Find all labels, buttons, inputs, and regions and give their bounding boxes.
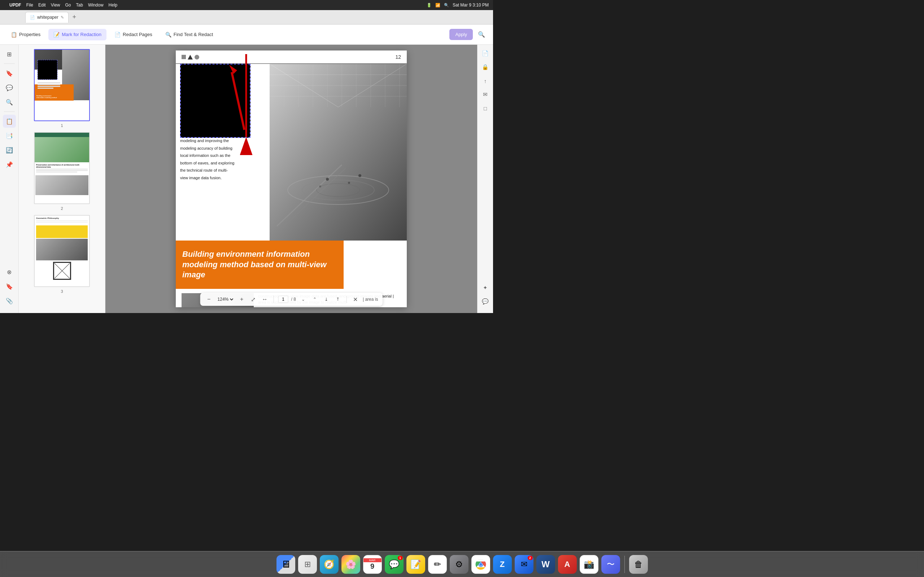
text-partial-4: bottom of eaves, and exploring xyxy=(180,160,265,166)
menu-go[interactable]: Go xyxy=(65,3,71,8)
window: 📄 whitepaper ✎ + 📋 Properties 📝 Mark for… xyxy=(0,10,493,313)
page-header: 12 xyxy=(176,50,407,64)
text-partial-3: local information such as the xyxy=(180,153,265,159)
orange-banner-text: Building environment information modelin… xyxy=(182,249,337,280)
sidebar-icon-bookmarks[interactable]: 🔖 xyxy=(3,67,16,80)
sidebar-icon-attachment[interactable]: 📎 xyxy=(3,294,16,307)
prev-page-button[interactable]: ⌄ xyxy=(299,295,307,304)
mark-redaction-icon: 📝 xyxy=(53,32,60,37)
sidebar-icon-active[interactable]: 📋 xyxy=(3,115,16,128)
svg-point-23 xyxy=(359,174,361,177)
right-sidebar-chat[interactable]: 💬 xyxy=(480,296,491,307)
zoom-out-button[interactable]: − xyxy=(205,295,213,304)
right-sidebar-secure[interactable]: 🔒 xyxy=(480,61,491,73)
zoom-fit-width-button[interactable]: ↔ xyxy=(261,295,269,304)
page-total: / 8 xyxy=(291,297,296,302)
architectural-image xyxy=(270,64,407,240)
menubar-right: 🔋 📶 🔍 Sat Mar 9 3:10 PM xyxy=(426,3,489,8)
menu-updf[interactable]: UPDF xyxy=(10,3,21,8)
last-page-button[interactable]: ⤒ xyxy=(333,295,342,304)
menubar-wifi-icon: 📶 xyxy=(435,3,440,8)
thumbnail-1-image: Building environment information modelin… xyxy=(34,49,90,121)
thumbnail-3-image: Geometric Philosophy xyxy=(34,215,90,287)
thumbnail-panel: Building environment information modelin… xyxy=(19,45,105,313)
architectural-svg xyxy=(270,64,407,240)
page-number: 12 xyxy=(395,54,401,60)
tab-add-button[interactable]: + xyxy=(70,13,79,22)
thumbnail-1[interactable]: Building environment information modelin… xyxy=(23,49,101,128)
global-search-button[interactable]: 🔍 xyxy=(476,29,487,40)
redaction-box[interactable] xyxy=(180,64,250,138)
find-text-redact-button[interactable]: 🔍 Find Text & Redact xyxy=(160,29,218,40)
right-sidebar-star[interactable]: ✦ xyxy=(480,282,491,293)
next-page-button[interactable]: ⌃ xyxy=(310,295,319,304)
sidebar-icon-pin[interactable]: 📌 xyxy=(3,158,16,171)
close-bottom-button[interactable]: ✕ xyxy=(351,295,360,304)
menubar-battery-icon: 🔋 xyxy=(426,3,432,8)
sidebar-icon-pages[interactable]: 📑 xyxy=(3,129,16,142)
text-partial-2: modeling accuracy of building xyxy=(180,145,265,152)
right-sidebar-bottom: ✦ 💬 xyxy=(480,282,491,310)
sidebar-icon-comments[interactable]: 💬 xyxy=(3,81,16,94)
svg-point-20 xyxy=(326,178,329,181)
sidebar-icon-rotate[interactable]: 🔄 xyxy=(3,143,16,156)
menubar-left: UPDF File Edit View Go Tab Window Help xyxy=(4,3,117,8)
thumbnail-3-num: 3 xyxy=(61,289,63,293)
menu-window[interactable]: Window xyxy=(88,3,103,8)
apply-button[interactable]: Apply xyxy=(449,29,473,40)
thumbnail-2-num: 2 xyxy=(61,206,63,211)
menu-tab[interactable]: Tab xyxy=(76,3,83,8)
sidebar-icon-thumbnails[interactable]: ⊞ xyxy=(3,48,16,61)
menubar-search-icon[interactable]: 🔍 xyxy=(444,3,449,8)
first-page-button[interactable]: ⤓ xyxy=(322,295,331,304)
page-text-content: modeling and improving the modeling accu… xyxy=(176,138,270,181)
thumbnail-2[interactable]: Preservation and inheritance of architec… xyxy=(23,132,101,211)
zoom-select[interactable]: 124% xyxy=(216,297,234,302)
menubar-clock: Sat Mar 9 3:10 PM xyxy=(452,3,489,8)
sidebar-icon-bookmark-bottom[interactable]: 🔖 xyxy=(3,280,16,293)
bottom-toolbar: − 124% + ⤢ ↔ / 8 ⌄ ⌃ ⤓ ⤒ ✕ | area is xyxy=(200,293,383,306)
thumbnail-3[interactable]: Geometric Philosophy 3 xyxy=(23,215,101,293)
page-shapes xyxy=(181,55,199,60)
main-content: ⊞ 🔖 💬 🔍 📋 📑 🔄 📌 ⊗ 🔖 📎 xyxy=(0,45,493,313)
sidebar-bottom-icons: ⊗ 🔖 📎 xyxy=(3,266,16,310)
mark-redaction-label: Mark for Redaction xyxy=(62,32,102,37)
redact-pages-button[interactable]: 📄 Redact Pages xyxy=(109,29,157,40)
pdf-page: 12 modeling and improving the modeling a… xyxy=(176,50,407,307)
sidebar-icon-layers[interactable]: ⊗ xyxy=(3,266,16,279)
zoom-in-button[interactable]: + xyxy=(237,295,246,304)
tab-edit-icon[interactable]: ✎ xyxy=(61,15,64,20)
thumbnail-1-num: 1 xyxy=(61,123,63,128)
thumbnail-2-image: Preservation and inheritance of architec… xyxy=(34,132,90,204)
properties-button[interactable]: 📋 Properties xyxy=(6,29,45,40)
right-sidebar-mail[interactable]: ✉ xyxy=(480,89,491,100)
find-text-label: Find Text & Redact xyxy=(174,32,213,37)
toolbar: 📋 Properties 📝 Mark for Redaction 📄 Reda… xyxy=(0,24,493,45)
shape-square-icon xyxy=(181,55,186,59)
shape-triangle-icon xyxy=(188,55,193,60)
find-text-icon: 🔍 xyxy=(165,32,171,37)
page-number-input[interactable] xyxy=(278,296,288,303)
sidebar-icon-search[interactable]: 🔍 xyxy=(3,95,16,108)
right-sidebar-export[interactable]: 📄 xyxy=(480,48,491,59)
area-label: | area is xyxy=(363,297,378,302)
mark-redaction-button[interactable]: 📝 Mark for Redaction xyxy=(48,29,107,40)
zoom-fit-button[interactable]: ⤢ xyxy=(249,295,258,304)
menu-edit[interactable]: Edit xyxy=(38,3,46,8)
right-sidebar: 📄 🔒 ↑ ✉ □ ✦ 💬 xyxy=(477,45,493,313)
page-right-col xyxy=(270,64,407,240)
sidebar-divider-2 xyxy=(4,111,15,112)
text-partial-1: modeling and improving the xyxy=(180,138,265,144)
menubar: UPDF File Edit View Go Tab Window Help 🔋… xyxy=(0,0,493,10)
sidebar-divider-1 xyxy=(4,63,15,64)
tab-whitepaper[interactable]: 📄 whitepaper ✎ xyxy=(25,12,69,23)
pdf-canvas[interactable]: 12 modeling and improving the modeling a… xyxy=(105,45,477,313)
text-partial-6: view image data fusion. xyxy=(180,175,265,181)
right-sidebar-more[interactable]: □ xyxy=(480,102,491,114)
properties-label: Properties xyxy=(19,32,40,37)
right-sidebar-share[interactable]: ↑ xyxy=(480,75,491,87)
tab-icon: 📄 xyxy=(30,15,35,20)
menu-view[interactable]: View xyxy=(51,3,60,8)
menu-help[interactable]: Help xyxy=(109,3,118,8)
menu-file[interactable]: File xyxy=(26,3,33,8)
